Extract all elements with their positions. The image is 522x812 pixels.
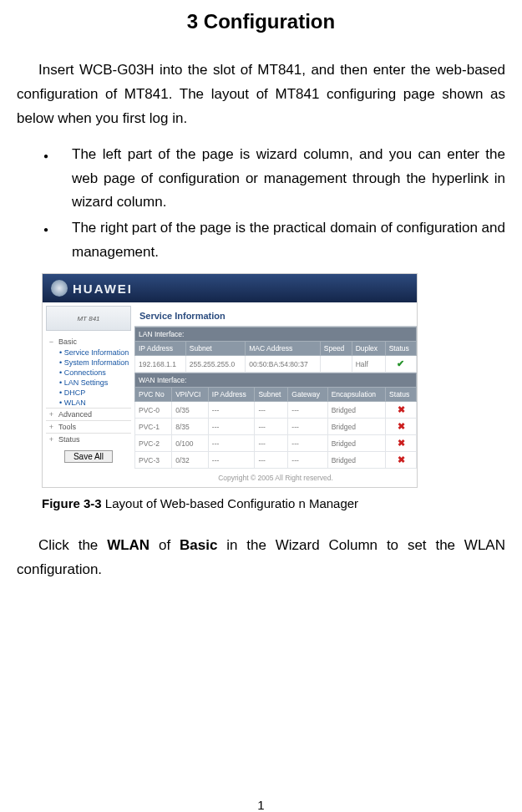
figure-label: Figure 3-3	[42, 496, 102, 510]
content-pane: Service Information LAN Interface: IP Ad…	[134, 302, 417, 487]
sidebar-group-label: Tools	[58, 423, 76, 431]
sidebar-sub-label: DHCP	[64, 388, 86, 397]
content-title: Service Information	[134, 302, 417, 327]
cell: 0/100	[172, 435, 209, 452]
cell: 192.168.1.1	[135, 356, 186, 373]
sidebar-sub-label: Service Information	[64, 348, 129, 357]
cell: ---	[288, 419, 327, 435]
lan-table: LAN Interface: IP Address Subnet MAC Add…	[134, 327, 417, 373]
cell: ---	[255, 452, 288, 469]
cell: 255.255.255.0	[185, 356, 245, 373]
sidebar-item-wlan[interactable]: • WLAN	[46, 398, 131, 408]
x-icon: ✖	[386, 435, 417, 452]
sidebar-group-status[interactable]: + Status	[46, 433, 131, 445]
sidebar-group-label: Basic	[58, 337, 77, 346]
cell: ---	[288, 435, 327, 452]
sidebar-group-advanced[interactable]: + Advanced	[46, 408, 131, 420]
cell: Bridged	[327, 402, 385, 419]
sidebar-group-label: Advanced	[58, 410, 92, 419]
sidebar-group-basic[interactable]: − Basic	[46, 336, 131, 348]
sidebar-item-lan-settings[interactable]: • LAN Settings	[46, 378, 131, 388]
cell: Bridged	[327, 435, 385, 452]
wan-header: WAN Interface:	[135, 373, 417, 388]
cell: ---	[255, 419, 288, 435]
lan-header: LAN Interface:	[135, 327, 417, 342]
figure-text: Layout of Web-based Configuratio n Manag…	[102, 496, 358, 510]
page-number: 1	[0, 798, 522, 812]
table-row: PVC-2 0/100 --- --- --- Bridged ✖	[135, 435, 417, 452]
banner: HUAWEI	[43, 274, 417, 302]
table-row: PVC-3 0/32 --- --- --- Bridged ✖	[135, 452, 417, 469]
table-row: PVC-1 8/35 --- --- --- Bridged ✖	[135, 419, 417, 435]
bold-basic: Basic	[180, 537, 217, 553]
brand-text: HUAWEI	[73, 282, 133, 296]
bullet-list: The left part of the page is wizard colu…	[17, 143, 505, 265]
save-all-button[interactable]: Save All	[64, 450, 113, 463]
cell: ---	[255, 435, 288, 452]
table-row: PVC-0 0/35 --- --- --- Bridged ✖	[135, 402, 417, 419]
col-head: Encapsulation	[327, 388, 385, 402]
x-icon: ✖	[386, 419, 417, 435]
document-page: 3 Configuration Insert WCB-G03H into the…	[0, 10, 522, 812]
sidebar-group-tools[interactable]: + Tools	[46, 420, 131, 433]
bullet-item: The right part of the page is the practi…	[57, 216, 505, 265]
col-head: Status	[386, 388, 417, 402]
minus-icon: −	[48, 337, 55, 346]
cell: PVC-3	[135, 452, 172, 469]
sunburst-icon	[51, 280, 68, 297]
sidebar-sub-label: WLAN	[64, 398, 86, 407]
bold-wlan: WLAN	[107, 537, 150, 553]
plus-icon: +	[48, 423, 55, 431]
brand-logo: HUAWEI	[51, 280, 133, 297]
cell: PVC-2	[135, 435, 172, 452]
sidebar-sub-label: Connections	[64, 368, 106, 377]
cell: Half	[352, 356, 385, 373]
cell: 00:50:BA:54:80:37	[246, 356, 321, 373]
sidebar-group-label: Status	[58, 435, 80, 444]
x-icon: ✖	[386, 402, 417, 419]
cell: ---	[208, 402, 255, 419]
sidebar-item-dhcp[interactable]: • DHCP	[46, 388, 131, 398]
col-head: VPI/VCI	[172, 388, 209, 402]
plus-icon: +	[48, 410, 55, 419]
cell: ---	[255, 402, 288, 419]
cell: ---	[208, 419, 255, 435]
figure-caption: Figure 3-3 Layout of Web-based Configura…	[42, 496, 505, 510]
cell: 0/35	[172, 402, 209, 419]
col-head: Subnet	[255, 388, 288, 402]
sidebar-item-service-information[interactable]: • Service Information	[46, 348, 131, 358]
sidebar-item-system-information[interactable]: • System Information	[46, 358, 131, 368]
sidebar-item-connections[interactable]: • Connections	[46, 368, 131, 378]
col-head: PVC No	[135, 388, 172, 402]
bullet-item: The left part of the page is wizard colu…	[57, 143, 505, 216]
cell: PVC-1	[135, 419, 172, 435]
sidebar-sub-label: System Information	[64, 358, 129, 367]
intro-paragraph: Insert WCB-G03H into the slot of MT841, …	[17, 58, 505, 131]
embedded-screenshot: HUAWEI MT 841 − Basic • Service Informat…	[42, 273, 418, 488]
cell: ---	[288, 402, 327, 419]
table-row: 192.168.1.1 255.255.255.0 00:50:BA:54:80…	[135, 356, 417, 373]
col-head: Gateway	[288, 388, 327, 402]
cell: PVC-0	[135, 402, 172, 419]
text: of	[150, 537, 180, 553]
col-head: Duplex	[352, 342, 385, 356]
text: Click the	[38, 537, 107, 553]
col-head: IP Address	[135, 342, 186, 356]
col-head: Subnet	[185, 342, 245, 356]
cell: ---	[208, 452, 255, 469]
cell: ---	[288, 452, 327, 469]
copyright-footer: Copyright © 2005 All Right reserved.	[134, 469, 417, 482]
cell: 8/35	[172, 419, 209, 435]
wizard-sidebar: MT 841 − Basic • Service Information • S…	[43, 302, 134, 468]
chapter-title: 3 Configuration	[17, 10, 505, 33]
cell: ---	[208, 435, 255, 452]
cell	[320, 356, 352, 373]
cell: Bridged	[327, 419, 385, 435]
cell: Bridged	[327, 452, 385, 469]
cell: 0/32	[172, 452, 209, 469]
wan-table: WAN Interface: PVC No VPI/VCI IP Address…	[134, 373, 417, 469]
col-head: IP Address	[208, 388, 255, 402]
plus-icon: +	[48, 435, 55, 444]
sidebar-sub-label: LAN Settings	[64, 378, 109, 387]
x-icon: ✖	[386, 452, 417, 469]
